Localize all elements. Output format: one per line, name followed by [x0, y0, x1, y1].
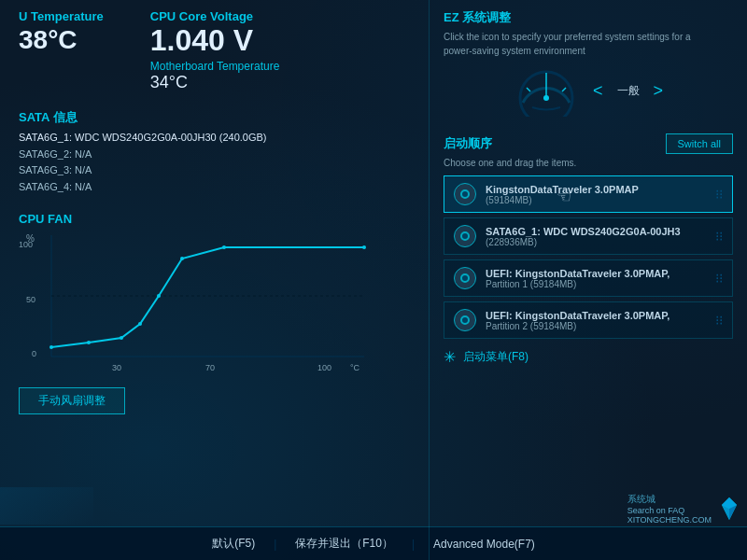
boot-item-2[interactable]: SATA6G_1: WDC WDS240G2G0A-00JH3 (228936M…: [444, 217, 733, 255]
svg-point-18: [362, 245, 366, 249]
boot-device-3-name: UEFI: KingstonDataTraveler 3.0PMAP,: [486, 268, 715, 279]
boot-item-4[interactable]: UEFI: KingstonDataTraveler 3.0PMAP, Part…: [444, 301, 733, 339]
boot-menu-icon: ✳: [444, 348, 456, 366]
cursor-hand-1: ☜: [557, 187, 571, 207]
svg-point-17: [222, 245, 226, 249]
svg-text:100: 100: [19, 240, 33, 249]
boot-item-1[interactable]: KingstonDataTraveler 3.0PMAP (59184MB) ⁝…: [444, 175, 733, 213]
boot-item-2-text: SATA6G_1: WDC WDS240G2G0A-00JH3 (228936M…: [486, 226, 715, 247]
fan-title: CPU FAN: [19, 212, 410, 226]
cpu-temp-value: 38°C: [19, 25, 104, 55]
ez-title: EZ 系统调整: [444, 9, 733, 26]
fan-chart-svg: % 100 50 0 30 70 100 °C: [19, 231, 374, 380]
sata4-label: SATA6G_4: N/A: [19, 181, 92, 192]
gauge-prev-btn[interactable]: <: [593, 81, 603, 101]
ez-desc: Click the icon to specify your preferred…: [444, 30, 705, 58]
boot-device-2-size: (228936MB): [486, 237, 715, 247]
sata-section: SATA 信息 SATA6G_1: WDC WDS240G2G0A-00JH30…: [19, 102, 410, 203]
svg-text:100: 100: [317, 363, 331, 372]
fan-manual-button[interactable]: 手动风扇调整: [19, 387, 125, 414]
drag-dots-1: ⁝⁝: [715, 187, 723, 202]
svg-text:70: 70: [205, 363, 215, 372]
svg-point-12: [87, 341, 91, 344]
sata-item-1: SATA6G_1: WDC WDS240G2G0A-00JH30 (240.0G…: [19, 130, 410, 147]
svg-text:30: 30: [112, 363, 121, 372]
drag-dots-2: ⁝⁝: [715, 229, 723, 244]
right-panel: EZ 系统调整 Click the icon to specify your p…: [430, 0, 747, 560]
boot-icon-1: [454, 183, 476, 205]
sata2-label: SATA6G_2: N/A: [19, 148, 92, 160]
boot-item-1-text: KingstonDataTraveler 3.0PMAP (59184MB): [486, 184, 715, 205]
boot-icon-inner-1: [460, 189, 470, 199]
boot-device-1-name: KingstonDataTraveler 3.0PMAP: [486, 184, 715, 195]
cpu-core-voltage-value: 1.040 V: [150, 23, 280, 58]
boot-device-1-size: (59184MB): [486, 195, 715, 205]
boot-device-4-size: Partition 2 (59184MB): [486, 321, 715, 331]
mb-temp-label: Motherboard Temperature: [150, 60, 280, 73]
drag-dots-3: ⁝⁝: [715, 271, 723, 286]
cpu-core-voltage-block: CPU Core Voltage 1.040 V Motherboard Tem…: [150, 9, 280, 92]
boot-menu: ✳ 启动菜单(F8): [444, 348, 733, 366]
svg-point-11: [49, 345, 53, 349]
boot-item-3[interactable]: UEFI: KingstonDataTraveler 3.0PMAP, Part…: [444, 259, 733, 297]
ez-section: EZ 系统调整 Click the icon to specify your p…: [444, 9, 733, 124]
boot-icon-inner-4: [460, 315, 470, 325]
boot-device-4-name: UEFI: KingstonDataTraveler 3.0PMAP,: [486, 310, 715, 321]
sata-title: SATA 信息: [19, 109, 410, 126]
boot-icon-inner-3: [460, 273, 470, 283]
boot-icon-4: [454, 309, 476, 331]
fan-chart: % 100 50 0 30 70 100 °C: [19, 231, 374, 380]
boot-header: 启动顺序 Switch all: [444, 133, 733, 154]
boot-item-4-text: UEFI: KingstonDataTraveler 3.0PMAP, Part…: [486, 310, 715, 331]
temp-voltage-section: U Temperature 38°C CPU Core Voltage 1.04…: [19, 9, 410, 92]
boot-menu-label: 启动菜单(F8): [463, 349, 529, 365]
boot-icon-2: [454, 225, 476, 247]
svg-text:0: 0: [32, 349, 36, 358]
boot-item-3-text: UEFI: KingstonDataTraveler 3.0PMAP, Part…: [486, 268, 715, 289]
drag-dots-4: ⁝⁝: [715, 313, 723, 328]
svg-point-15: [157, 294, 161, 298]
left-panel: U Temperature 38°C CPU Core Voltage 1.04…: [0, 0, 430, 560]
sata-item-4: SATA6G_4: N/A: [19, 179, 410, 196]
svg-line-21: [527, 88, 530, 91]
sata-item-3: SATA6G_3: N/A: [19, 162, 410, 179]
fan-section: CPU FAN % 100 50 0 30 70 100: [19, 212, 410, 414]
svg-point-13: [120, 336, 123, 340]
boot-icon-inner-2: [460, 231, 470, 241]
gauge-label: 一般: [617, 83, 640, 99]
sata1-label: SATA6G_1: WDC WDS240G2G0A-00JH30 (240.0G…: [19, 132, 267, 143]
svg-point-14: [138, 322, 142, 326]
gauge-container: < 一般 >: [444, 65, 733, 117]
svg-text:50: 50: [26, 295, 35, 304]
boot-device-3-size: Partition 1 (59184MB): [486, 279, 715, 289]
svg-text:°C: °C: [350, 363, 360, 372]
svg-point-24: [543, 95, 549, 101]
cpu-temp-label: U Temperature: [19, 9, 104, 23]
cpu-temp-block: U Temperature 38°C: [19, 9, 104, 55]
sata3-label: SATA6G_3: N/A: [19, 164, 92, 175]
boot-subtitle: Choose one and drag the items.: [444, 158, 733, 168]
boot-device-2-name: SATA6G_1: WDC WDS240G2G0A-00JH3: [486, 226, 715, 237]
boot-section: 启动顺序 Switch all Choose one and drag the …: [444, 133, 733, 551]
boot-icon-3: [454, 267, 476, 289]
cpu-core-voltage-label: CPU Core Voltage: [150, 9, 280, 23]
gauge-next-btn[interactable]: >: [654, 81, 664, 101]
gauge-icon: [514, 65, 579, 117]
svg-point-16: [180, 257, 184, 260]
svg-line-22: [562, 88, 566, 91]
mb-temp-value: 34°C: [150, 73, 280, 92]
switch-all-button[interactable]: Switch all: [666, 133, 733, 154]
boot-title: 启动顺序: [444, 135, 492, 152]
sata-item-2: SATA6G_2: N/A: [19, 147, 410, 163]
